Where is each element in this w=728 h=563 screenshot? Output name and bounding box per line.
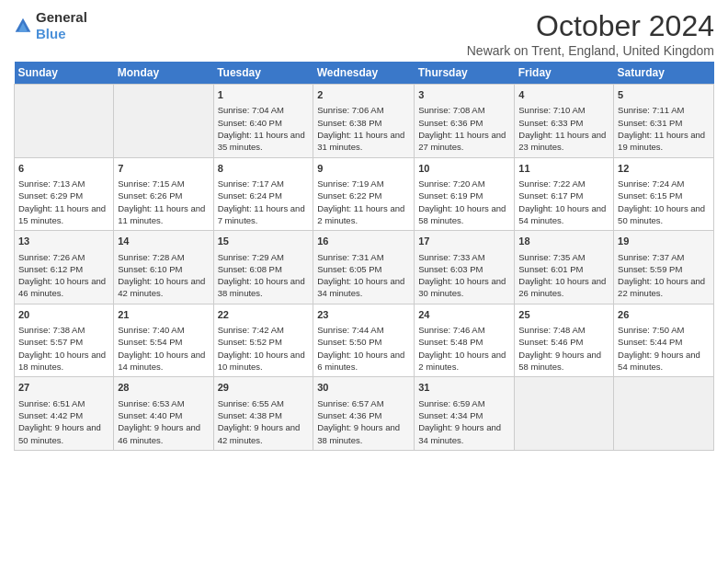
calendar-cell: 26Sunrise: 7:50 AM Sunset: 5:44 PM Dayli… — [614, 304, 714, 377]
calendar-cell: 19Sunrise: 7:37 AM Sunset: 5:59 PM Dayli… — [614, 231, 714, 304]
calendar-cell: 21Sunrise: 7:40 AM Sunset: 5:54 PM Dayli… — [114, 304, 213, 377]
day-info: Sunrise: 7:44 AM Sunset: 5:50 PM Dayligh… — [317, 324, 410, 373]
day-number: 15 — [218, 235, 310, 248]
calendar-cell: 8Sunrise: 7:17 AM Sunset: 6:24 PM Daylig… — [213, 157, 313, 231]
day-info: Sunrise: 7:11 AM Sunset: 6:31 PM Dayligh… — [618, 104, 710, 153]
day-number: 21 — [118, 308, 209, 322]
day-number: 6 — [18, 162, 109, 176]
day-number: 19 — [618, 235, 710, 248]
calendar-table: SundayMondayTuesdayWednesdayThursdayFrid… — [14, 62, 714, 451]
day-number: 4 — [518, 88, 609, 102]
day-info: Sunrise: 7:35 AM Sunset: 6:01 PM Dayligh… — [518, 251, 609, 300]
calendar-week-row: 13Sunrise: 7:26 AM Sunset: 6:12 PM Dayli… — [15, 231, 714, 304]
day-number: 2 — [317, 88, 410, 102]
day-number: 26 — [618, 308, 710, 322]
calendar-cell: 7Sunrise: 7:15 AM Sunset: 6:26 PM Daylig… — [114, 157, 213, 231]
day-info: Sunrise: 7:28 AM Sunset: 6:10 PM Dayligh… — [118, 251, 209, 300]
day-number: 18 — [518, 235, 609, 248]
calendar-cell: 17Sunrise: 7:33 AM Sunset: 6:03 PM Dayli… — [415, 231, 515, 304]
day-info: Sunrise: 7:20 AM Sunset: 6:19 PM Dayligh… — [418, 178, 510, 226]
day-info: Sunrise: 7:48 AM Sunset: 5:46 PM Dayligh… — [518, 324, 609, 373]
calendar-cell: 18Sunrise: 7:35 AM Sunset: 6:01 PM Dayli… — [515, 231, 614, 304]
day-number: 9 — [317, 162, 410, 176]
calendar-cell: 12Sunrise: 7:24 AM Sunset: 6:15 PM Dayli… — [614, 157, 714, 231]
day-info: Sunrise: 7:13 AM Sunset: 6:29 PM Dayligh… — [18, 178, 109, 226]
day-number: 20 — [18, 308, 109, 322]
calendar-week-row: 1Sunrise: 7:04 AM Sunset: 6:40 PM Daylig… — [15, 85, 714, 158]
day-info: Sunrise: 6:55 AM Sunset: 4:38 PM Dayligh… — [218, 397, 310, 446]
day-header: Monday — [114, 62, 213, 85]
day-number: 29 — [218, 381, 310, 395]
day-header: Tuesday — [213, 62, 313, 85]
day-info: Sunrise: 7:26 AM Sunset: 6:12 PM Dayligh… — [18, 251, 109, 300]
day-info: Sunrise: 7:15 AM Sunset: 6:26 PM Dayligh… — [118, 178, 209, 226]
day-info: Sunrise: 7:50 AM Sunset: 5:44 PM Dayligh… — [618, 324, 710, 373]
day-header: Friday — [515, 62, 614, 85]
day-number: 7 — [118, 162, 209, 176]
calendar-cell: 14Sunrise: 7:28 AM Sunset: 6:10 PM Dayli… — [114, 231, 213, 304]
calendar-cell: 28Sunrise: 6:53 AM Sunset: 4:40 PM Dayli… — [114, 377, 213, 451]
day-info: Sunrise: 7:38 AM Sunset: 5:57 PM Dayligh… — [18, 324, 109, 373]
day-info: Sunrise: 7:10 AM Sunset: 6:33 PM Dayligh… — [518, 104, 609, 153]
calendar-cell: 16Sunrise: 7:31 AM Sunset: 6:05 PM Dayli… — [313, 231, 415, 304]
calendar-cell: 20Sunrise: 7:38 AM Sunset: 5:57 PM Dayli… — [15, 304, 114, 377]
day-info: Sunrise: 7:31 AM Sunset: 6:05 PM Dayligh… — [317, 251, 410, 300]
day-info: Sunrise: 7:29 AM Sunset: 6:08 PM Dayligh… — [218, 251, 310, 300]
calendar-cell: 9Sunrise: 7:19 AM Sunset: 6:22 PM Daylig… — [313, 157, 415, 231]
day-header: Sunday — [15, 62, 114, 85]
day-number: 1 — [218, 88, 310, 102]
calendar-cell: 1Sunrise: 7:04 AM Sunset: 6:40 PM Daylig… — [213, 85, 313, 158]
calendar-cell: 13Sunrise: 7:26 AM Sunset: 6:12 PM Dayli… — [15, 231, 114, 304]
day-info: Sunrise: 7:06 AM Sunset: 6:38 PM Dayligh… — [317, 104, 410, 153]
day-info: Sunrise: 7:04 AM Sunset: 6:40 PM Dayligh… — [218, 104, 310, 153]
calendar-cell: 31Sunrise: 6:59 AM Sunset: 4:34 PM Dayli… — [415, 377, 515, 451]
header-row: SundayMondayTuesdayWednesdayThursdayFrid… — [15, 62, 714, 85]
day-info: Sunrise: 6:51 AM Sunset: 4:42 PM Dayligh… — [18, 397, 109, 446]
day-number: 25 — [518, 308, 609, 322]
calendar-cell: 2Sunrise: 7:06 AM Sunset: 6:38 PM Daylig… — [313, 85, 415, 158]
day-number: 13 — [18, 235, 109, 248]
day-info: Sunrise: 7:19 AM Sunset: 6:22 PM Dayligh… — [317, 178, 410, 226]
calendar-cell — [114, 85, 213, 158]
calendar-cell: 24Sunrise: 7:46 AM Sunset: 5:48 PM Dayli… — [415, 304, 515, 377]
calendar-week-row: 20Sunrise: 7:38 AM Sunset: 5:57 PM Dayli… — [15, 304, 714, 377]
day-number: 27 — [18, 381, 109, 395]
title-block: October 2024 Newark on Trent, England, U… — [467, 9, 714, 58]
calendar-cell: 11Sunrise: 7:22 AM Sunset: 6:17 PM Dayli… — [515, 157, 614, 231]
logo-blue: Blue — [36, 26, 66, 41]
day-info: Sunrise: 7:37 AM Sunset: 5:59 PM Dayligh… — [618, 251, 710, 300]
day-number: 5 — [618, 88, 710, 102]
calendar-cell — [614, 377, 714, 451]
calendar-cell: 5Sunrise: 7:11 AM Sunset: 6:31 PM Daylig… — [614, 85, 714, 158]
calendar-cell: 15Sunrise: 7:29 AM Sunset: 6:08 PM Dayli… — [213, 231, 313, 304]
calendar-cell: 4Sunrise: 7:10 AM Sunset: 6:33 PM Daylig… — [515, 85, 614, 158]
calendar-cell — [15, 85, 114, 158]
calendar-cell: 25Sunrise: 7:48 AM Sunset: 5:46 PM Dayli… — [515, 304, 614, 377]
calendar-week-row: 27Sunrise: 6:51 AM Sunset: 4:42 PM Dayli… — [15, 377, 714, 451]
day-number: 16 — [317, 235, 410, 248]
day-number: 24 — [418, 308, 510, 322]
calendar-cell: 30Sunrise: 6:57 AM Sunset: 4:36 PM Dayli… — [313, 377, 415, 451]
calendar-week-row: 6Sunrise: 7:13 AM Sunset: 6:29 PM Daylig… — [15, 157, 714, 231]
day-number: 11 — [518, 162, 609, 176]
month-title: October 2024 — [467, 9, 714, 43]
day-number: 3 — [418, 88, 510, 102]
day-number: 23 — [317, 308, 410, 322]
day-header: Saturday — [614, 62, 714, 85]
day-info: Sunrise: 6:57 AM Sunset: 4:36 PM Dayligh… — [317, 397, 410, 446]
calendar-cell: 3Sunrise: 7:08 AM Sunset: 6:36 PM Daylig… — [415, 85, 515, 158]
day-number: 8 — [218, 162, 310, 176]
day-info: Sunrise: 7:08 AM Sunset: 6:36 PM Dayligh… — [418, 104, 510, 153]
day-number: 17 — [418, 235, 510, 248]
day-info: Sunrise: 7:33 AM Sunset: 6:03 PM Dayligh… — [418, 251, 510, 300]
day-number: 22 — [218, 308, 310, 322]
day-header: Thursday — [415, 62, 515, 85]
day-number: 28 — [118, 381, 209, 395]
day-info: Sunrise: 7:42 AM Sunset: 5:52 PM Dayligh… — [218, 324, 310, 373]
day-info: Sunrise: 7:46 AM Sunset: 5:48 PM Dayligh… — [418, 324, 510, 373]
calendar-cell: 23Sunrise: 7:44 AM Sunset: 5:50 PM Dayli… — [313, 304, 415, 377]
day-info: Sunrise: 7:40 AM Sunset: 5:54 PM Dayligh… — [118, 324, 209, 373]
day-info: Sunrise: 6:59 AM Sunset: 4:34 PM Dayligh… — [418, 397, 510, 446]
calendar-cell: 22Sunrise: 7:42 AM Sunset: 5:52 PM Dayli… — [213, 304, 313, 377]
logo-general: General — [36, 9, 87, 25]
